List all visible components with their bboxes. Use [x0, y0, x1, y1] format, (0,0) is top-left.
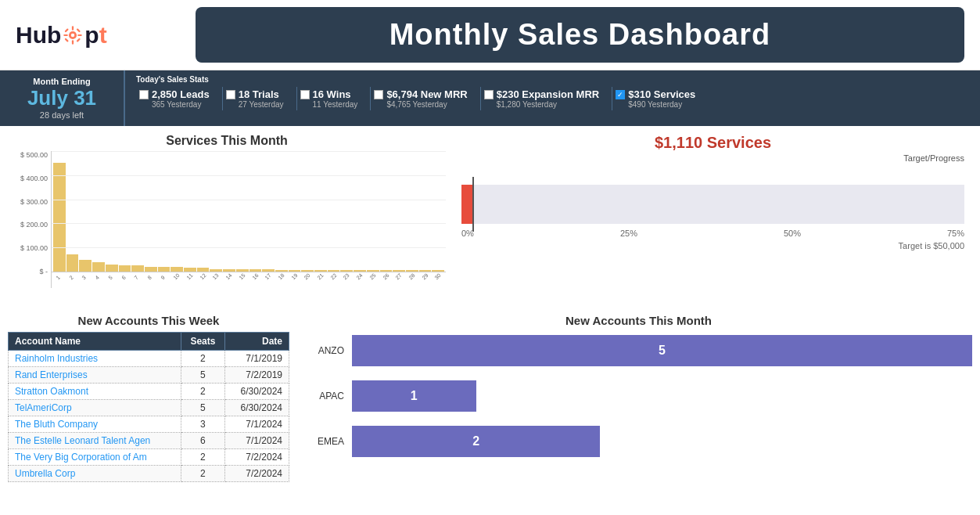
services-checkbox[interactable]: ✓: [616, 90, 625, 99]
expansion-mrr-checkbox[interactable]: [484, 90, 494, 99]
svg-rect-3: [72, 40, 74, 45]
table-row: Rainholm Industries 2 7/1/2019: [9, 351, 289, 367]
bar-13: [210, 269, 222, 272]
bar-3: [79, 260, 92, 272]
stat-expansion-mrr: $230 Expansion MRR $1,280 Yesterday: [481, 87, 613, 110]
bar-4: [92, 262, 105, 272]
bar-27: [393, 270, 405, 272]
bar-2: [66, 254, 79, 272]
new-mrr-checkbox[interactable]: [374, 90, 383, 99]
dashboard-title-box: Monthly Sales Dashboard: [196, 7, 964, 63]
col-date: Date: [225, 333, 289, 351]
progress-chart-title: $1,110 Services: [461, 134, 964, 152]
stat-new-mrr: $6,794 New MRR $4,765 Yesterday: [371, 87, 480, 110]
bar-23: [340, 270, 353, 272]
bar-row-apac: APAC 1: [305, 380, 972, 412]
bar-fill-anzo: 5: [352, 335, 972, 366]
bar-row-emea: EMEA 2: [305, 426, 972, 457]
x-axis-labels: 1 2 3 4 5 6 7 8 9 10 11 12 13 14: [52, 272, 446, 288]
stats-bar: Month Ending July 31 28 days left Today'…: [0, 70, 980, 126]
stat-wins: 16 Wins 11 Yesterday: [297, 87, 372, 110]
bar-fill-apac: 1: [352, 380, 476, 412]
services-chart-section: Services This Month $ 500.00 $ 400.00 $ …: [8, 134, 446, 298]
bar-26: [380, 270, 393, 272]
svg-rect-7: [77, 38, 81, 42]
table-row: The Bluth Company 3 7/1/2024: [9, 416, 289, 433]
progress-x-labels: 0% 25% 50% 75%: [461, 229, 964, 238]
wins-value: 16 Wins: [313, 88, 351, 100]
expansion-mrr-value: $230 Expansion MRR: [497, 88, 600, 100]
services-chart-body: $ 500.00 $ 400.00 $ 300.00 $ 200.00 $ 10…: [8, 151, 446, 288]
bar-21: [314, 270, 327, 272]
bar-9: [158, 267, 171, 272]
leads-value: 2,850 Leads: [152, 88, 210, 100]
svg-rect-2: [72, 26, 74, 31]
bar-7: [131, 265, 144, 272]
services-yesterday: $490 Yesterday: [628, 100, 695, 109]
bar-17: [262, 269, 275, 272]
trials-checkbox[interactable]: [226, 90, 235, 99]
dashboard-title: Monthly Sales Dashboard: [227, 18, 933, 52]
services-value: $310 Services: [628, 88, 695, 100]
bar-25: [367, 270, 379, 272]
bar-15: [236, 269, 249, 272]
col-seats: Seats: [181, 333, 225, 351]
bar-label-apac: APAC: [305, 391, 344, 402]
bottom-row: New Accounts This Week Account Name Seat…: [0, 306, 980, 490]
bar-14: [223, 269, 235, 272]
progress-track: [461, 185, 964, 224]
target-label: Target is $50,000: [461, 241, 964, 250]
bar-29: [419, 270, 432, 272]
bar-8: [145, 267, 157, 272]
stat-services: ✓ $310 Services $490 Yesterday: [612, 87, 708, 110]
stat-leads: 2,850 Leads 365 Yesterday: [136, 87, 223, 110]
todays-stats-label: Today's Sales Stats: [136, 75, 969, 84]
bar-label-emea: EMEA: [305, 436, 344, 447]
stat-trials: 18 Trials 27 Yesterday: [223, 87, 297, 110]
svg-rect-6: [65, 28, 70, 33]
bar-18: [275, 270, 288, 272]
col-account-name: Account Name: [9, 333, 181, 351]
services-chart-title: Services This Month: [8, 134, 446, 148]
progress-marker: [472, 177, 474, 232]
bar-30: [432, 270, 444, 272]
table-row: TelAmeriCorp 5 6/30/2024: [9, 400, 289, 416]
progress-bar-container: 0% 25% 50% 75% Target is $50,000: [461, 177, 964, 255]
accounts-month-title: New Accounts This Month: [305, 314, 972, 327]
target-progress-label: Target/Progress: [461, 153, 964, 163]
bar-track-anzo: 5: [352, 335, 972, 366]
progress-fill: [461, 185, 472, 224]
todays-stats: Today's Sales Stats 2,850 Leads 365 Yest…: [125, 70, 980, 126]
wins-yesterday: 11 Yesterday: [313, 100, 358, 109]
accounts-table: Account Name Seats Date Rainholm Industr…: [8, 332, 289, 482]
bar-1: [53, 163, 66, 272]
bar-5: [106, 265, 118, 272]
accounts-month-section: New Accounts This Month ANZO 5 APAC 1: [305, 314, 972, 482]
logo-spot-text: pt: [84, 22, 106, 49]
bar-12: [197, 268, 210, 272]
bar-16: [249, 269, 262, 272]
logo-hub-text: Hub: [16, 22, 61, 49]
x-label-50: 50%: [784, 229, 801, 238]
bar-label-anzo: ANZO: [305, 345, 344, 356]
svg-point-1: [71, 33, 74, 36]
bar-19: [289, 270, 301, 272]
trials-value: 18 Trials: [239, 88, 279, 100]
table-row: Rand Enterprises 5 7/2/2019: [9, 367, 289, 384]
bars-container: [52, 151, 446, 272]
horiz-bars: ANZO 5 APAC 1 EMEA 2: [305, 335, 972, 457]
y-label-100: $ 100.00: [8, 244, 51, 252]
month-ending-date: July 31: [11, 86, 113, 110]
leads-checkbox[interactable]: [139, 90, 149, 99]
stats-items: 2,850 Leads 365 Yesterday 18 Trials 27 Y…: [136, 87, 969, 110]
y-label-400: $ 400.00: [8, 175, 51, 182]
month-ending-label: Month Ending: [11, 77, 113, 86]
table-row: The Very Big Corporation of Am 2 7/2/202…: [9, 449, 289, 466]
header: Hub pt Monthly Sales Dashboard: [0, 0, 980, 70]
table-row: Umbrella Corp 2 7/2/2024: [9, 466, 289, 482]
new-mrr-value: $6,794 New MRR: [386, 88, 467, 100]
wins-checkbox[interactable]: [300, 90, 310, 99]
x-label-25: 25%: [620, 229, 637, 238]
svg-rect-8: [65, 38, 70, 42]
expansion-mrr-yesterday: $1,280 Yesterday: [497, 100, 600, 109]
